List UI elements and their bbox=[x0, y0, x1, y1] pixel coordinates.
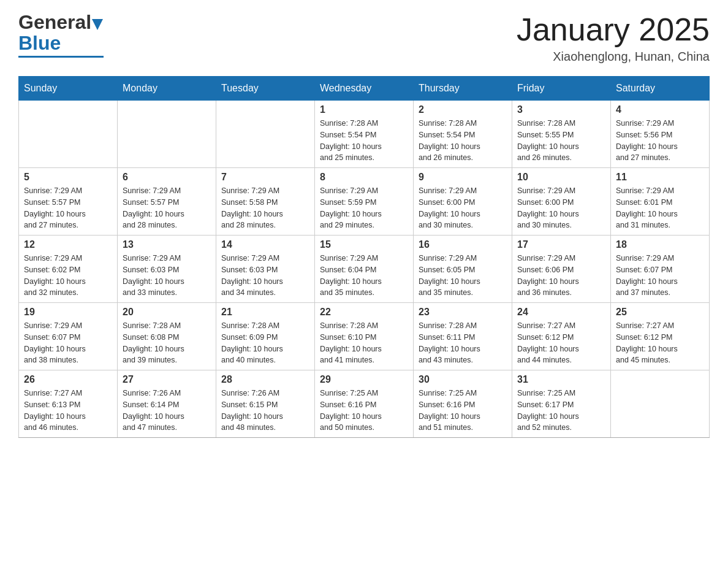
calendar-cell: 17Sunrise: 7:29 AM Sunset: 6:06 PM Dayli… bbox=[512, 236, 611, 303]
day-info: Sunrise: 7:28 AM Sunset: 6:08 PM Dayligh… bbox=[123, 320, 211, 366]
calendar-cell: 10Sunrise: 7:29 AM Sunset: 6:00 PM Dayli… bbox=[512, 168, 611, 236]
calendar-cell: 29Sunrise: 7:25 AM Sunset: 6:16 PM Dayli… bbox=[315, 370, 414, 438]
calendar-week-row: 1Sunrise: 7:28 AM Sunset: 5:54 PM Daylig… bbox=[19, 101, 710, 168]
day-number: 15 bbox=[320, 239, 408, 250]
day-number: 29 bbox=[320, 374, 408, 385]
calendar-header-tuesday: Tuesday bbox=[216, 77, 315, 101]
day-info: Sunrise: 7:28 AM Sunset: 6:09 PM Dayligh… bbox=[221, 320, 309, 366]
day-info: Sunrise: 7:25 AM Sunset: 6:16 PM Dayligh… bbox=[320, 388, 408, 434]
day-info: Sunrise: 7:26 AM Sunset: 6:15 PM Dayligh… bbox=[221, 388, 309, 434]
calendar-header-monday: Monday bbox=[118, 77, 216, 101]
day-number: 17 bbox=[517, 239, 605, 250]
calendar-cell: 15Sunrise: 7:29 AM Sunset: 6:04 PM Dayli… bbox=[315, 236, 414, 303]
day-info: Sunrise: 7:26 AM Sunset: 6:14 PM Dayligh… bbox=[123, 388, 211, 434]
day-number: 12 bbox=[24, 239, 112, 250]
calendar-week-row: 19Sunrise: 7:29 AM Sunset: 6:07 PM Dayli… bbox=[19, 303, 710, 370]
day-info: Sunrise: 7:27 AM Sunset: 6:12 PM Dayligh… bbox=[517, 320, 605, 366]
calendar-cell: 18Sunrise: 7:29 AM Sunset: 6:07 PM Dayli… bbox=[611, 236, 710, 303]
calendar-cell: 26Sunrise: 7:27 AM Sunset: 6:13 PM Dayli… bbox=[19, 370, 118, 438]
day-info: Sunrise: 7:29 AM Sunset: 6:07 PM Dayligh… bbox=[24, 320, 112, 366]
day-info: Sunrise: 7:25 AM Sunset: 6:16 PM Dayligh… bbox=[419, 388, 507, 434]
day-info: Sunrise: 7:29 AM Sunset: 6:04 PM Dayligh… bbox=[320, 253, 408, 299]
calendar-cell: 11Sunrise: 7:29 AM Sunset: 6:01 PM Dayli… bbox=[611, 168, 710, 236]
calendar-cell: 1Sunrise: 7:28 AM Sunset: 5:54 PM Daylig… bbox=[315, 101, 414, 168]
day-number: 6 bbox=[123, 172, 211, 183]
day-number: 14 bbox=[221, 239, 309, 250]
calendar-header-sunday: Sunday bbox=[19, 77, 118, 101]
day-info: Sunrise: 7:28 AM Sunset: 6:11 PM Dayligh… bbox=[419, 320, 507, 366]
calendar-cell: 12Sunrise: 7:29 AM Sunset: 6:02 PM Dayli… bbox=[19, 236, 118, 303]
day-number: 26 bbox=[24, 374, 112, 385]
day-number: 5 bbox=[24, 172, 112, 183]
day-number: 8 bbox=[320, 172, 408, 183]
calendar-week-row: 5Sunrise: 7:29 AM Sunset: 5:57 PM Daylig… bbox=[19, 168, 710, 236]
day-number: 11 bbox=[616, 172, 704, 183]
calendar-header-thursday: Thursday bbox=[414, 77, 512, 101]
calendar-cell: 8Sunrise: 7:29 AM Sunset: 5:59 PM Daylig… bbox=[315, 168, 414, 236]
calendar-cell: 7Sunrise: 7:29 AM Sunset: 5:58 PM Daylig… bbox=[216, 168, 315, 236]
day-number: 27 bbox=[123, 374, 211, 385]
day-number: 30 bbox=[419, 374, 507, 385]
day-info: Sunrise: 7:28 AM Sunset: 5:55 PM Dayligh… bbox=[517, 118, 605, 164]
calendar-cell: 9Sunrise: 7:29 AM Sunset: 6:00 PM Daylig… bbox=[414, 168, 512, 236]
day-info: Sunrise: 7:29 AM Sunset: 6:03 PM Dayligh… bbox=[123, 253, 211, 299]
calendar-cell bbox=[611, 370, 710, 438]
day-info: Sunrise: 7:29 AM Sunset: 6:05 PM Dayligh… bbox=[419, 253, 507, 299]
day-number: 10 bbox=[517, 172, 605, 183]
day-number: 23 bbox=[419, 307, 507, 318]
day-info: Sunrise: 7:29 AM Sunset: 5:59 PM Dayligh… bbox=[320, 185, 408, 231]
day-number: 1 bbox=[320, 104, 408, 115]
calendar-cell: 28Sunrise: 7:26 AM Sunset: 6:15 PM Dayli… bbox=[216, 370, 315, 438]
day-number: 9 bbox=[419, 172, 507, 183]
calendar-cell: 5Sunrise: 7:29 AM Sunset: 5:57 PM Daylig… bbox=[19, 168, 118, 236]
calendar-cell: 23Sunrise: 7:28 AM Sunset: 6:11 PM Dayli… bbox=[414, 303, 512, 370]
day-number: 3 bbox=[517, 104, 605, 115]
day-number: 21 bbox=[221, 307, 309, 318]
day-number: 18 bbox=[616, 239, 704, 250]
day-info: Sunrise: 7:28 AM Sunset: 5:54 PM Dayligh… bbox=[320, 118, 408, 164]
calendar-cell: 25Sunrise: 7:27 AM Sunset: 6:12 PM Dayli… bbox=[611, 303, 710, 370]
day-info: Sunrise: 7:29 AM Sunset: 6:02 PM Dayligh… bbox=[24, 253, 112, 299]
day-info: Sunrise: 7:27 AM Sunset: 6:13 PM Dayligh… bbox=[24, 388, 112, 434]
day-info: Sunrise: 7:25 AM Sunset: 6:17 PM Dayligh… bbox=[517, 388, 605, 434]
day-number: 22 bbox=[320, 307, 408, 318]
day-info: Sunrise: 7:29 AM Sunset: 6:06 PM Dayligh… bbox=[517, 253, 605, 299]
calendar-cell: 14Sunrise: 7:29 AM Sunset: 6:03 PM Dayli… bbox=[216, 236, 315, 303]
day-info: Sunrise: 7:29 AM Sunset: 5:57 PM Dayligh… bbox=[123, 185, 211, 231]
day-info: Sunrise: 7:28 AM Sunset: 6:10 PM Dayligh… bbox=[320, 320, 408, 366]
day-info: Sunrise: 7:29 AM Sunset: 5:57 PM Dayligh… bbox=[24, 185, 112, 231]
day-info: Sunrise: 7:29 AM Sunset: 6:01 PM Dayligh… bbox=[616, 185, 704, 231]
calendar-cell: 27Sunrise: 7:26 AM Sunset: 6:14 PM Dayli… bbox=[118, 370, 216, 438]
calendar-week-row: 12Sunrise: 7:29 AM Sunset: 6:02 PM Dayli… bbox=[19, 236, 710, 303]
calendar-cell: 13Sunrise: 7:29 AM Sunset: 6:03 PM Dayli… bbox=[118, 236, 216, 303]
logo: General Blue bbox=[18, 12, 104, 58]
logo-blue: Blue bbox=[18, 32, 61, 55]
calendar-cell: 19Sunrise: 7:29 AM Sunset: 6:07 PM Dayli… bbox=[19, 303, 118, 370]
calendar-cell bbox=[19, 101, 118, 168]
day-number: 28 bbox=[221, 374, 309, 385]
calendar-header-saturday: Saturday bbox=[611, 77, 710, 101]
calendar-week-row: 26Sunrise: 7:27 AM Sunset: 6:13 PM Dayli… bbox=[19, 370, 710, 438]
calendar-cell: 30Sunrise: 7:25 AM Sunset: 6:16 PM Dayli… bbox=[414, 370, 512, 438]
calendar-cell: 24Sunrise: 7:27 AM Sunset: 6:12 PM Dayli… bbox=[512, 303, 611, 370]
day-info: Sunrise: 7:29 AM Sunset: 6:03 PM Dayligh… bbox=[221, 253, 309, 299]
calendar-header-row: SundayMondayTuesdayWednesdayThursdayFrid… bbox=[19, 77, 710, 101]
month-title: January 2025 bbox=[517, 12, 710, 47]
calendar-cell: 20Sunrise: 7:28 AM Sunset: 6:08 PM Dayli… bbox=[118, 303, 216, 370]
day-info: Sunrise: 7:29 AM Sunset: 5:56 PM Dayligh… bbox=[616, 118, 704, 164]
calendar-cell: 3Sunrise: 7:28 AM Sunset: 5:55 PM Daylig… bbox=[512, 101, 611, 168]
day-number: 25 bbox=[616, 307, 704, 318]
day-info: Sunrise: 7:29 AM Sunset: 6:07 PM Dayligh… bbox=[616, 253, 704, 299]
calendar-cell bbox=[216, 101, 315, 168]
day-number: 13 bbox=[123, 239, 211, 250]
location: Xiaohenglong, Hunan, China bbox=[517, 50, 710, 64]
day-number: 24 bbox=[517, 307, 605, 318]
day-number: 16 bbox=[419, 239, 507, 250]
day-info: Sunrise: 7:29 AM Sunset: 5:58 PM Dayligh… bbox=[221, 185, 309, 231]
calendar-cell: 2Sunrise: 7:28 AM Sunset: 5:54 PM Daylig… bbox=[414, 101, 512, 168]
logo-underline bbox=[18, 56, 104, 58]
calendar-cell: 4Sunrise: 7:29 AM Sunset: 5:56 PM Daylig… bbox=[611, 101, 710, 168]
day-number: 19 bbox=[24, 307, 112, 318]
calendar-cell: 31Sunrise: 7:25 AM Sunset: 6:17 PM Dayli… bbox=[512, 370, 611, 438]
day-info: Sunrise: 7:28 AM Sunset: 5:54 PM Dayligh… bbox=[419, 118, 507, 164]
